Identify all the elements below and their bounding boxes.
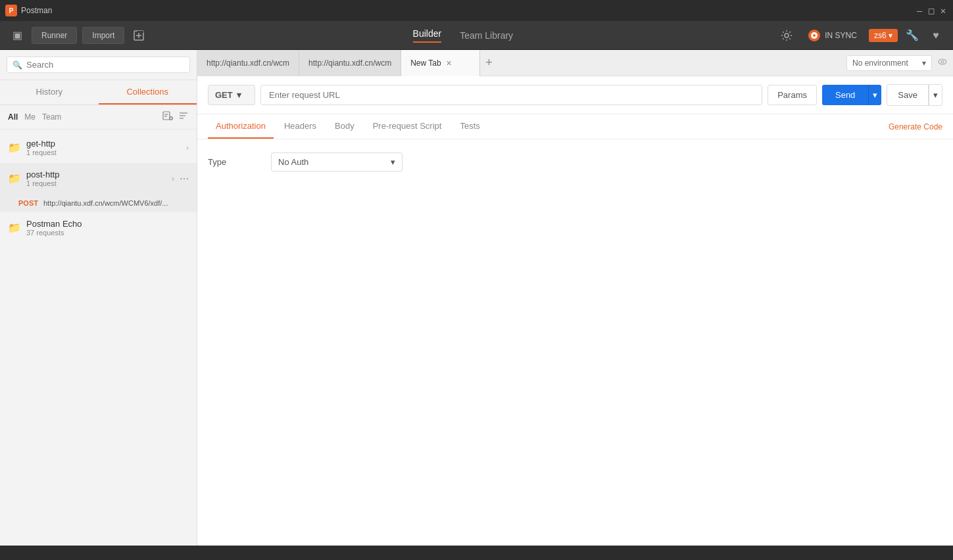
- request-tab-2[interactable]: http://qiantu.xdf.cn/wcm: [299, 50, 401, 76]
- minimize-button[interactable]: —: [915, 6, 924, 15]
- collection-info: post-http 1 request: [26, 170, 166, 187]
- collection-info: get-http 1 request: [26, 139, 181, 156]
- user-label: zs6: [874, 31, 887, 40]
- collection-info: Postman Echo 37 requests: [26, 219, 189, 237]
- new-tab-button[interactable]: +: [480, 56, 498, 70]
- statusbar: [0, 546, 953, 560]
- tab-label: http://qiantu.xdf.cn/wcm: [207, 58, 289, 68]
- tab-tests-label: Tests: [460, 121, 479, 131]
- more-button[interactable]: ⋯: [180, 174, 189, 184]
- sort-button[interactable]: [178, 110, 189, 124]
- sidebar-filter: All Me Team: [0, 105, 197, 129]
- request-tab-new[interactable]: New Tab ×: [401, 50, 480, 76]
- collection-item-post-http[interactable]: 📁 post-http 1 request › ⋯: [0, 163, 197, 194]
- search-bar: 🔍: [0, 50, 197, 80]
- toolbar-left: ▣ Runner Import: [8, 26, 148, 45]
- auth-content: Type No Auth ▾: [197, 139, 953, 546]
- auth-type-select[interactable]: No Auth ▾: [271, 152, 403, 172]
- collection-name: Postman Echo: [26, 219, 189, 229]
- save-button[interactable]: Save: [887, 84, 929, 106]
- params-button[interactable]: Params: [768, 85, 817, 105]
- tab-pre-request-script[interactable]: Pre-request Script: [365, 114, 450, 139]
- svg-point-17: [939, 59, 946, 64]
- filter-actions: [162, 110, 189, 124]
- filter-me-button[interactable]: Me: [24, 111, 36, 123]
- expand-icon: ›: [186, 143, 189, 152]
- tab-body[interactable]: Body: [327, 114, 362, 139]
- send-button[interactable]: Send: [822, 85, 868, 105]
- request-area: GET ▾ Params Send ▾ Save ▾ Authori: [197, 76, 953, 546]
- tabs-bar: http://qiantu.xdf.cn/wcm http://qiantu.x…: [197, 50, 953, 76]
- search-input[interactable]: [26, 60, 184, 70]
- method-select[interactable]: GET ▾: [208, 85, 255, 105]
- tab-headers[interactable]: Headers: [276, 114, 324, 139]
- app-title: Postman: [21, 6, 52, 15]
- tab-collections[interactable]: Collections: [99, 80, 197, 105]
- environment-select[interactable]: No environment ▾: [846, 55, 932, 71]
- close-button[interactable]: ✕: [939, 6, 948, 15]
- new-tab-icon-button[interactable]: [130, 26, 148, 45]
- tab-close-button[interactable]: ×: [447, 58, 452, 68]
- send-dropdown-button[interactable]: ▾: [868, 85, 881, 105]
- expand-icon: ›: [172, 174, 174, 183]
- collection-sub: 37 requests: [26, 229, 189, 237]
- tab-authorization[interactable]: Authorization: [208, 114, 274, 139]
- url-bar: GET ▾ Params Send ▾ Save ▾: [197, 76, 953, 114]
- tab-tests[interactable]: Tests: [452, 114, 487, 139]
- collection-sub: 1 request: [26, 179, 166, 187]
- folder-icon: 📁: [8, 172, 21, 185]
- tab-history[interactable]: History: [0, 80, 99, 105]
- method-dropdown-icon: ▾: [237, 90, 241, 100]
- filter-group: All Me Team: [8, 111, 61, 123]
- collection-item-get-http[interactable]: 📁 get-http 1 request ›: [0, 132, 197, 163]
- collection-name: get-http: [26, 139, 181, 149]
- save-button-group: Save ▾: [887, 84, 942, 106]
- send-button-group: Send ▾: [822, 85, 881, 105]
- post-request-item[interactable]: POST http://qiantu.xdf.cn/wcm/WCMV6/xdf/…: [0, 194, 197, 212]
- filter-team-button[interactable]: Team: [42, 111, 61, 123]
- user-badge[interactable]: zs6 ▾: [869, 29, 898, 42]
- sync-label: IN SYNC: [825, 31, 857, 40]
- svg-point-7: [813, 34, 816, 37]
- heart-icon-button[interactable]: ♥: [927, 26, 945, 45]
- eye-icon-button[interactable]: [937, 57, 948, 70]
- search-input-wrap[interactable]: 🔍: [7, 57, 190, 73]
- svg-rect-8: [163, 112, 170, 120]
- toolbar-center: Builder Team Library: [153, 28, 772, 43]
- sidebar-list: 📁 get-http 1 request › 📁 post-http 1 req…: [0, 129, 197, 546]
- sync-icon: [808, 29, 821, 42]
- url-input[interactable]: [260, 85, 762, 105]
- builder-tab[interactable]: Builder: [413, 28, 442, 43]
- tab-label: New Tab: [410, 58, 441, 68]
- user-dropdown-icon: ▾: [889, 31, 892, 40]
- environment-area: No environment ▾: [846, 55, 953, 71]
- collection-name: post-http: [26, 170, 166, 179]
- folder-icon: 📁: [8, 141, 21, 154]
- add-collection-button[interactable]: [162, 110, 173, 124]
- method-badge: POST: [18, 199, 38, 207]
- request-tabs-left: Authorization Headers Body Pre-request S…: [208, 114, 488, 139]
- auth-type-row: Type No Auth ▾: [208, 152, 942, 172]
- method-label: GET: [215, 90, 233, 100]
- runner-button[interactable]: Runner: [32, 27, 77, 44]
- filter-all-button[interactable]: All: [8, 111, 18, 123]
- request-url: http://qiantu.xdf.cn/wcm/WCMV6/xdf/...: [43, 199, 189, 207]
- generate-code-button[interactable]: Generate Code: [889, 122, 942, 131]
- sidebar-tabs: History Collections: [0, 80, 197, 105]
- svg-point-18: [941, 60, 944, 63]
- maximize-button[interactable]: □: [927, 6, 936, 15]
- auth-type-value: No Auth: [278, 157, 308, 167]
- layout-icon-button[interactable]: ▣: [8, 26, 26, 45]
- search-icon: 🔍: [12, 60, 22, 70]
- save-dropdown-button[interactable]: ▾: [929, 84, 942, 106]
- team-library-tab[interactable]: Team Library: [460, 30, 513, 41]
- collection-item-postman-echo[interactable]: 📁 Postman Echo 37 requests: [0, 212, 197, 243]
- settings-icon-button[interactable]: [777, 26, 796, 45]
- tab-body-label: Body: [335, 121, 354, 131]
- collection-sub: 1 request: [26, 149, 181, 156]
- app-logo: P: [5, 5, 17, 16]
- request-tab-1[interactable]: http://qiantu.xdf.cn/wcm: [197, 50, 299, 76]
- tab-authorization-label: Authorization: [216, 121, 266, 131]
- import-button[interactable]: Import: [82, 27, 124, 44]
- wrench-icon-button[interactable]: 🔧: [903, 26, 921, 45]
